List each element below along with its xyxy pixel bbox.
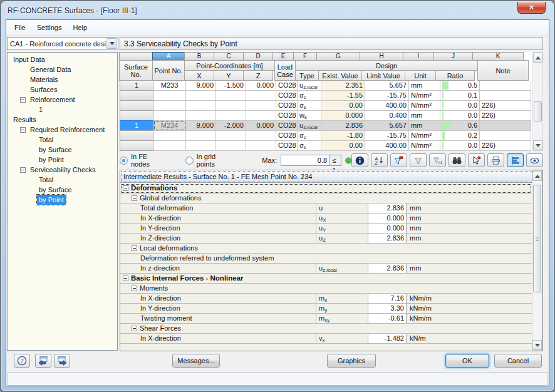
- tree-item[interactable]: Surfaces: [8, 85, 117, 95]
- scroll-up-arrow-icon[interactable]: [533, 53, 542, 63]
- info-button[interactable]: [351, 153, 368, 167]
- column-letter-A[interactable]: A: [152, 52, 185, 61]
- filter-button[interactable]: [410, 153, 427, 167]
- cell-load-case[interactable]: CO28: [276, 111, 298, 121]
- fe-nodes-radio[interactable]: [120, 157, 128, 165]
- cell-limit-value[interactable]: 0.400: [365, 111, 409, 121]
- column-letter-G[interactable]: G: [316, 52, 360, 61]
- cell-surface-no[interactable]: [120, 130, 153, 141]
- cell-load-case[interactable]: CO28: [276, 81, 298, 91]
- cell-ratio[interactable]: 0.0: [440, 141, 480, 151]
- cell-z[interactable]: [246, 111, 276, 121]
- cell-ratio[interactable]: 0.6: [440, 121, 480, 131]
- cell-unit[interactable]: mm: [409, 111, 440, 121]
- cell-point-no[interactable]: [153, 111, 186, 121]
- cell-ratio[interactable]: 0.0: [440, 111, 480, 121]
- cell-y[interactable]: [216, 101, 246, 111]
- cell-y[interactable]: -2.000: [216, 121, 246, 131]
- tree-item[interactable]: by Surface: [8, 145, 117, 155]
- column-letter-C[interactable]: C: [214, 52, 244, 61]
- cell-note[interactable]: 226): [480, 111, 531, 121]
- max-value-input[interactable]: [281, 155, 329, 166]
- cell-surface-no[interactable]: [120, 110, 153, 121]
- previous-table-button[interactable]: [35, 354, 51, 368]
- find-button[interactable]: [449, 153, 465, 167]
- cell-exist-value[interactable]: 0.00: [321, 141, 365, 151]
- cell-limit-value[interactable]: -15.75: [365, 91, 409, 101]
- cell-point-no[interactable]: M234: [153, 121, 186, 131]
- table-row[interactable]: 1 M234 9.000 -2.000 0.000 CO28 uz,local …: [120, 121, 531, 131]
- cell-exist-value[interactable]: 2.836: [321, 121, 365, 131]
- cell-limit-value[interactable]: -15.75: [365, 131, 409, 141]
- intermediate-results-header[interactable]: Intermediate Results - Surface No. 1 - F…: [120, 170, 542, 183]
- cell-surface-no[interactable]: [120, 90, 153, 101]
- cell-unit[interactable]: N/mm²: [409, 101, 440, 111]
- tree-item[interactable]: Reinforcement: [8, 95, 117, 105]
- tree-item[interactable]: Serviceability Checks: [8, 165, 117, 175]
- scroll-up-arrow-icon[interactable]: [532, 171, 542, 181]
- cell-type[interactable]: wk: [298, 111, 321, 121]
- cell-exist-value[interactable]: 0.00: [321, 101, 365, 111]
- intermediate-scroll-thumb[interactable]: [533, 185, 541, 292]
- cell-note[interactable]: 226): [480, 101, 531, 111]
- collapse-box-icon[interactable]: [20, 127, 26, 133]
- table-row[interactable]: CO28 σs 0.00 400.00 N/mm² 0.0 226): [120, 141, 531, 151]
- collapse-box-icon[interactable]: [132, 195, 137, 201]
- tree-item[interactable]: Input Data: [8, 54, 117, 64]
- ok-button[interactable]: OK: [445, 354, 489, 368]
- tree-item[interactable]: by Surface: [8, 185, 117, 195]
- table-row[interactable]: CO28 σc -1.55 -15.75 N/mm² 0.1: [120, 91, 531, 101]
- cell-x[interactable]: [186, 91, 216, 101]
- cell-ratio[interactable]: 0.1: [440, 91, 480, 101]
- cell-note[interactable]: [480, 81, 531, 91]
- view-mode-button[interactable]: [526, 153, 543, 167]
- scroll-down-arrow-icon[interactable]: [533, 140, 542, 150]
- cancel-button[interactable]: Cancel: [494, 354, 542, 368]
- cell-y[interactable]: [216, 131, 246, 141]
- table-scroll-thumb[interactable]: [534, 101, 542, 121]
- column-letter-F[interactable]: F: [293, 52, 317, 61]
- cell-note[interactable]: [480, 131, 531, 141]
- partial-view-filter-button[interactable]: [390, 153, 407, 167]
- messages-button[interactable]: Messages...: [172, 354, 220, 368]
- tree-item[interactable]: Total: [8, 175, 117, 185]
- cell-x[interactable]: [186, 131, 216, 141]
- collapse-box-icon[interactable]: [20, 167, 26, 173]
- cell-type[interactable]: uz,local: [298, 121, 321, 131]
- table-row[interactable]: CO28 σc -1.80 -15.75 N/mm² 0.2: [120, 131, 531, 141]
- cell-unit[interactable]: mm: [409, 81, 440, 91]
- menu-item-settings[interactable]: Settings: [31, 21, 68, 34]
- table-row[interactable]: CO28 wk 0.000 0.400 mm 0.0 226): [120, 111, 531, 121]
- cell-x[interactable]: 9.000: [186, 121, 216, 131]
- cell-z[interactable]: [246, 91, 276, 101]
- collapse-box-icon[interactable]: [132, 245, 137, 251]
- cell-x[interactable]: [186, 141, 216, 151]
- grid-points-radio[interactable]: [185, 157, 194, 165]
- table-row[interactable]: CO28 σs 0.00 400.00 N/mm² 0.0 226): [120, 101, 531, 111]
- cell-x[interactable]: [186, 111, 216, 121]
- cell-point-no[interactable]: M233: [153, 81, 186, 91]
- cell-load-case[interactable]: CO28: [276, 131, 298, 141]
- cell-surface-no[interactable]: 1: [120, 120, 153, 131]
- cell-note[interactable]: [480, 121, 531, 131]
- title-bar[interactable]: RF-CONCRETE Surfaces - [Floor III-1]: [1, 1, 554, 19]
- cell-unit[interactable]: N/mm²: [409, 131, 440, 141]
- cell-load-case[interactable]: CO28: [276, 141, 298, 151]
- column-letter-J[interactable]: J: [433, 52, 473, 61]
- cell-point-no[interactable]: [153, 141, 186, 151]
- cell-ratio[interactable]: 0.5: [440, 81, 480, 91]
- filter-greater-one-button[interactable]: >1: [429, 153, 446, 167]
- cell-limit-value[interactable]: 400.00: [365, 101, 409, 111]
- cell-y[interactable]: [216, 91, 246, 101]
- cell-z[interactable]: [246, 131, 276, 141]
- cell-z[interactable]: [246, 101, 276, 111]
- cell-exist-value[interactable]: 0.000: [321, 111, 365, 121]
- column-letter-D[interactable]: D: [243, 52, 273, 61]
- scroll-down-arrow-icon[interactable]: [532, 340, 542, 350]
- cell-note[interactable]: 226): [480, 141, 531, 151]
- help-button[interactable]: ?: [14, 354, 30, 368]
- combo-dropdown-button[interactable]: [106, 38, 117, 49]
- column-letter-I[interactable]: I: [403, 52, 434, 61]
- cell-point-no[interactable]: [153, 101, 186, 111]
- cell-unit[interactable]: N/mm²: [409, 91, 440, 101]
